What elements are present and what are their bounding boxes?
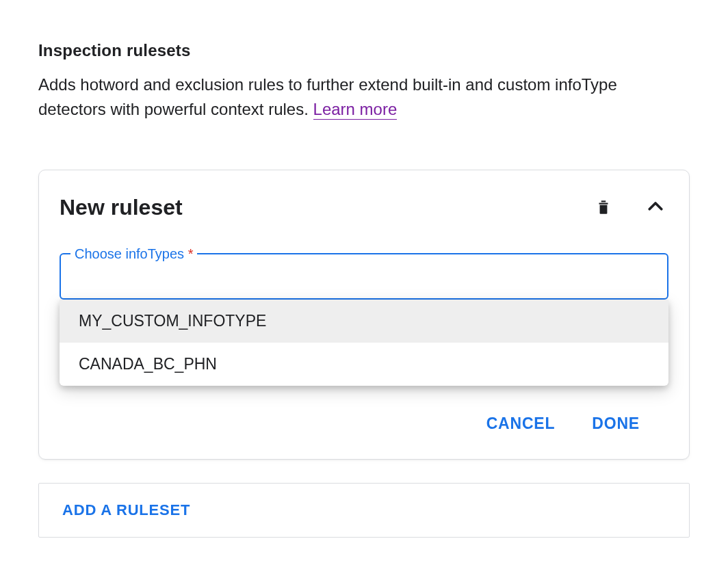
done-button[interactable]: DONE bbox=[590, 409, 641, 438]
chevron-up-icon bbox=[645, 196, 666, 219]
learn-more-link[interactable]: Learn more bbox=[313, 100, 398, 120]
dropdown-option[interactable]: MY_CUSTOM_INFOTYPE bbox=[60, 300, 668, 343]
infotype-input-wrapper: Choose infoTypes * MY_CUSTOM_INFOTYPE CA… bbox=[60, 253, 668, 300]
ruleset-card: New ruleset bbox=[38, 170, 690, 460]
input-label-text: Choose infoTypes bbox=[75, 246, 188, 261]
section-title: Inspection rulesets bbox=[38, 41, 690, 60]
delete-button[interactable] bbox=[592, 194, 615, 221]
dialog-actions: CANCEL DONE bbox=[60, 409, 668, 438]
card-header: New ruleset bbox=[60, 194, 668, 222]
infotype-dropdown: MY_CUSTOM_INFOTYPE CANADA_BC_PHN bbox=[60, 300, 668, 386]
collapse-button[interactable] bbox=[642, 194, 668, 222]
input-label: Choose infoTypes * bbox=[70, 246, 197, 262]
add-ruleset-button[interactable]: ADD A RULESET bbox=[62, 501, 190, 519]
required-asterisk: * bbox=[188, 246, 194, 261]
card-title: New ruleset bbox=[60, 195, 183, 220]
card-footer: CANCEL DONE bbox=[60, 409, 668, 438]
cancel-button[interactable]: CANCEL bbox=[485, 409, 557, 438]
card-actions bbox=[592, 194, 668, 222]
section-description: Adds hotword and exclusion rules to furt… bbox=[38, 72, 661, 122]
trash-icon bbox=[595, 197, 612, 218]
dropdown-option[interactable]: CANADA_BC_PHN bbox=[60, 343, 668, 386]
add-ruleset-container: ADD A RULESET bbox=[38, 483, 690, 538]
choose-infotypes-input[interactable]: Choose infoTypes * bbox=[60, 253, 668, 300]
